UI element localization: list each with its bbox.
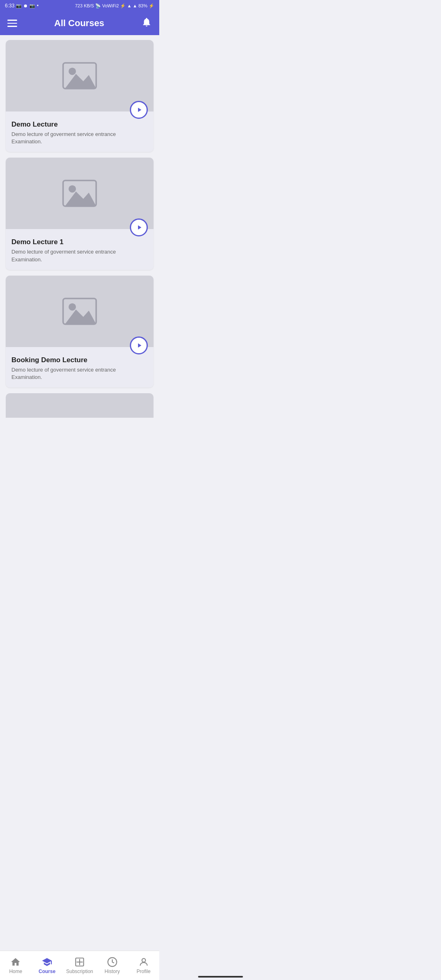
notification-button[interactable] [141, 17, 152, 30]
app-header: All Courses [0, 11, 159, 35]
status-right: 723 KB/S 📡 VoWiFi2 ⚡ ▲ ▲ 83% ⚡ [75, 3, 154, 9]
course-card: Demo Lecture 1 Demo lecture of goverment… [6, 158, 154, 270]
play-button[interactable] [130, 336, 148, 354]
course-card: Booking Demo Lecture Demo lecture of gov… [6, 276, 154, 388]
course-thumbnail [6, 158, 154, 229]
menu-button[interactable] [7, 20, 17, 27]
instagram-icon: 📷 [29, 3, 35, 9]
svg-point-4 [69, 185, 76, 193]
media-icon: ⏺ [23, 3, 28, 8]
course-description: Demo lecture of goverment service entran… [11, 248, 148, 263]
course-thumbnail [6, 40, 154, 111]
svg-point-7 [69, 303, 76, 310]
charging-icon: ⚡ [149, 3, 154, 9]
course-info: Demo Lecture 1 Demo lecture of goverment… [6, 229, 154, 270]
signal-icon: ▲ [133, 3, 137, 8]
cast-icon: 📡 [95, 3, 101, 9]
image-placeholder [61, 60, 98, 91]
course-description: Demo lecture of goverment service entran… [11, 131, 148, 145]
image-placeholder [61, 296, 98, 327]
course-info: Booking Demo Lecture Demo lecture of gov… [6, 347, 154, 388]
course-thumbnail [6, 276, 154, 347]
wifi-icon: ▲ [127, 3, 131, 8]
play-button[interactable] [130, 101, 148, 119]
status-time: 6:33 📷 ⏺ 📷 • [5, 3, 39, 9]
svg-marker-2 [65, 74, 96, 89]
course-info: Demo Lecture Demo lecture of goverment s… [6, 111, 154, 152]
page-title: All Courses [54, 18, 104, 29]
course-title: Booking Demo Lecture [11, 356, 148, 364]
partial-course-card [6, 393, 154, 418]
image-placeholder [61, 178, 98, 209]
svg-marker-8 [65, 310, 96, 324]
courses-list: Demo Lecture Demo lecture of goverment s… [0, 35, 159, 450]
course-title: Demo Lecture 1 [11, 238, 148, 246]
course-title: Demo Lecture [11, 120, 148, 129]
bluetooth-icon: ⚡ [120, 3, 126, 9]
svg-point-1 [69, 68, 76, 75]
course-description: Demo lecture of goverment service entran… [11, 366, 148, 381]
svg-marker-5 [65, 192, 96, 206]
camera-icon: 📷 [16, 3, 22, 9]
status-bar: 6:33 📷 ⏺ 📷 • 723 KB/S 📡 VoWiFi2 ⚡ ▲ ▲ 83… [0, 0, 159, 11]
course-card: Demo Lecture Demo lecture of goverment s… [6, 40, 154, 152]
